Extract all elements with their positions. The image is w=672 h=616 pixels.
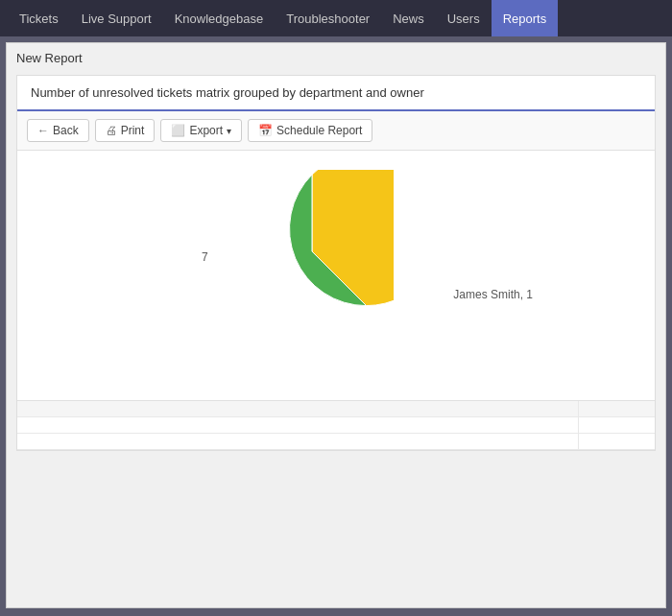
print-button[interactable]: 🖨 Print <box>95 119 156 142</box>
nav-reports[interactable]: Reports <box>492 0 559 36</box>
table-cell <box>578 417 655 434</box>
print-icon: 🖨 <box>106 124 117 137</box>
export-button[interactable]: ⬜ Export ▾ <box>160 119 242 142</box>
nav-troubleshooter[interactable]: Troubleshooter <box>275 0 381 36</box>
page-title: New Report <box>16 51 656 65</box>
nav-knowledgebase[interactable]: Knowledgebase <box>163 0 276 36</box>
pie-chart: 7 James Smith, 1 <box>230 170 442 381</box>
chart-area: 7 James Smith, 1 <box>17 151 655 400</box>
chevron-down-icon: ▾ <box>227 126 231 136</box>
nav-users[interactable]: Users <box>436 0 492 36</box>
table-row <box>17 434 655 450</box>
nav-live-support[interactable]: Live Support <box>70 0 163 36</box>
table-row <box>17 417 655 434</box>
table-cell <box>17 417 578 434</box>
chart-label-small: James Smith, 1 <box>453 288 533 301</box>
nav-news[interactable]: News <box>381 0 436 36</box>
table-row-header <box>17 401 655 417</box>
calendar-icon: 📅 <box>258 124 273 137</box>
report-header: Number of unresolved tickets matrix grou… <box>17 76 655 111</box>
back-icon: ← <box>37 124 49 137</box>
table-cell <box>17 401 578 417</box>
report-title: Number of unresolved tickets matrix grou… <box>31 85 424 100</box>
table-cell <box>578 401 655 417</box>
content-area: New Report Number of unresolved tickets … <box>6 42 666 608</box>
back-button[interactable]: ← Back <box>27 119 89 142</box>
chart-label-large: 7 <box>202 250 208 264</box>
data-table <box>17 401 655 450</box>
navbar: Tickets Live Support Knowledgebase Troub… <box>0 0 672 36</box>
nav-tickets[interactable]: Tickets <box>8 0 70 36</box>
report-card: Number of unresolved tickets matrix grou… <box>16 75 656 451</box>
table-cell <box>578 434 655 450</box>
table-area <box>17 400 655 450</box>
toolbar: ← Back 🖨 Print ⬜ Export ▾ 📅 Schedule Rep… <box>17 111 655 151</box>
export-icon: ⬜ <box>171 124 185 137</box>
table-cell <box>17 434 578 450</box>
pie-svg <box>230 170 394 333</box>
schedule-report-button[interactable]: 📅 Schedule Report <box>248 119 372 142</box>
